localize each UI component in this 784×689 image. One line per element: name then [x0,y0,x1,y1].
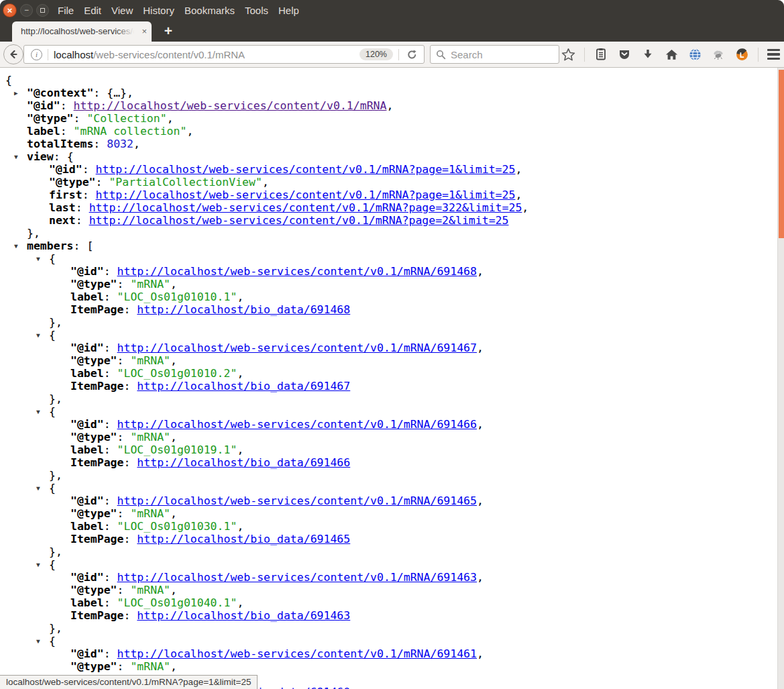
clipboard-icon [594,48,608,61]
json-key: @id [70,647,104,660]
status-bar: localhost/web-services/content/v0.1/mRNA… [0,675,258,689]
expand-toggle[interactable]: ▶ [14,87,18,99]
json-link[interactable]: http://localhost/web-services/content/v0… [117,265,477,278]
json-line: @typeCollection [0,112,784,125]
json-key: ItemPage [70,380,123,392]
hamburger-icon [767,49,780,52]
zoom-level-badge[interactable]: 120% [359,48,393,60]
json-link[interactable]: http://localhost/web-services/content/v0… [117,341,477,354]
expand-toggle[interactable]: ▼ [36,558,40,571]
json-line: }, [0,392,784,405]
json-key: @type [49,176,96,189]
json-string: LOC_Os01g01040.1 [117,596,237,609]
bookmark-star-button[interactable] [561,47,575,62]
menu-item-view[interactable]: View [111,5,133,16]
tab[interactable]: http://localhost/web-services/content/v0… [12,21,152,42]
json-string: LOC_Os01g01019.1 [117,443,237,456]
menu-item-file[interactable]: File [58,5,74,16]
json-line: @idhttp://localhost/web-services/content… [0,99,784,112]
json-link[interactable]: http://localhost/bio_data/691466 [137,456,350,469]
expand-toggle[interactable]: ▼ [14,240,18,252]
menu-item-bookmarks[interactable]: Bookmarks [184,5,235,16]
json-link[interactable]: http://localhost/web-services/content/v0… [96,189,516,201]
json-link[interactable]: http://localhost/web-services/content/v0… [89,201,522,214]
menu-item-edit[interactable]: Edit [84,5,101,16]
expand-toggle[interactable]: ▼ [36,405,40,418]
search-input[interactable] [451,49,545,60]
json-key: @id [49,163,82,176]
collapsed-object[interactable]: {…} [107,87,127,99]
json-string: mRNA [130,431,170,443]
members-list: ▼{ @idhttp://localhost/web-services/cont… [0,252,784,689]
new-tab-button[interactable]: + [158,21,178,40]
expand-toggle[interactable]: ▼ [36,252,40,265]
downloads-button[interactable] [640,47,655,62]
json-link[interactable]: http://localhost/bio_data/691467 [137,380,350,392]
menu-item-history[interactable]: History [143,5,174,16]
menu-item-tools[interactable]: Tools [245,5,268,16]
json-key: label [70,520,104,533]
json-link[interactable]: http://localhost/web-services/content/v0… [96,163,516,176]
toolbar-icons [561,45,780,64]
json-line: ▼members[ [0,240,784,252]
reload-icon [406,49,418,60]
json-line: ItemPagehttp://localhost/bio_data/691468 [0,303,784,316]
window-titlebar: × − File Edit View History Bookmarks Too… [0,0,784,20]
json-key: last [49,201,76,214]
expand-toggle[interactable]: ▼ [36,635,40,647]
page-info-icon[interactable]: i [31,49,42,60]
json-key: @type [70,660,117,673]
urlbar-divider2 [398,49,399,60]
back-button[interactable] [3,44,23,64]
expand-toggle[interactable]: ▼ [36,482,40,494]
url-text[interactable]: localhost/web-services/content/v0.1/mRNA [54,49,359,60]
json-key: label [27,125,60,138]
reload-button[interactable] [404,47,419,62]
tab-close-icon[interactable]: × [142,21,147,42]
json-link[interactable]: http://localhost/web-services/content/v0… [117,418,477,431]
json-link[interactable]: http://localhost/web-services/content/v0… [89,214,509,227]
json-link[interactable]: http://localhost/web-services/content/v0… [74,99,387,112]
json-key: @type [70,431,117,443]
url-bar[interactable]: i localhost/web-services/content/v0.1/mR… [23,45,425,64]
window-minimize-button[interactable]: − [20,4,33,17]
json-string: PartialCollectionView [109,176,262,189]
menu-item-help[interactable]: Help [278,5,299,16]
window-maximize-button[interactable] [36,4,49,17]
lightbeam-addon-button[interactable] [734,47,749,62]
menu-button[interactable] [767,49,780,60]
reading-list-button[interactable] [594,47,608,62]
json-line: @idhttp://localhost/web-services/content… [0,341,784,354]
json-line: @typemRNA [0,431,784,443]
json-line: @idhttp://localhost/web-services/content… [0,494,784,507]
globe-icon [688,48,702,62]
search-bar[interactable] [430,45,559,64]
json-string: LOC_Os01g01030.1 [117,520,237,533]
json-key: first [49,189,82,201]
json-link[interactable]: http://localhost/bio_data/691468 [137,303,350,316]
star-icon [561,48,575,62]
json-link[interactable]: http://localhost/bio_data/691463 [137,609,350,622]
json-string: mRNA [130,354,170,367]
json-link[interactable]: http://localhost/web-services/content/v0… [117,571,477,584]
json-link[interactable]: http://localhost/web-services/content/v0… [117,647,477,660]
expand-toggle[interactable]: ▼ [36,329,40,341]
json-key: view [27,150,54,163]
json-line: ItemPagehttp://localhost/bio_data/691467 [0,380,784,392]
json-link[interactable]: http://localhost/bio_data/691465 [137,533,350,545]
json-line: ItemPagehttp://localhost/bio_data/691465 [0,533,784,545]
json-string: mRNA [130,507,170,520]
json-key: members [27,240,74,252]
pocket-button[interactable] [617,47,632,62]
scrollbar-thumb[interactable] [779,70,784,238]
json-link[interactable]: http://localhost/web-services/content/v0… [117,494,477,507]
window-close-button[interactable]: × [3,3,17,17]
fly-addon-button[interactable] [711,47,726,62]
globe-addon-button[interactable] [687,47,702,62]
home-button[interactable] [664,47,679,62]
json-line: labelLOC_Os01g01010.1 [0,290,784,303]
expand-toggle[interactable]: ▼ [14,150,18,163]
json-line: labelmRNA collection [0,125,784,138]
scrollbar[interactable] [777,68,784,689]
json-key: next [49,214,76,227]
